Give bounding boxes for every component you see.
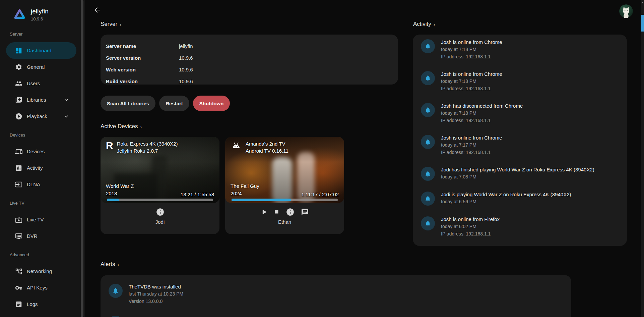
web-version-label: Web version	[106, 67, 179, 72]
active-devices-heading[interactable]: Active Devices ›	[101, 123, 142, 130]
sidebar-item-devices[interactable]: Devices	[6, 143, 76, 160]
key-icon	[15, 284, 23, 292]
bell-icon	[425, 75, 431, 82]
feed-item-detail: IP address: 192.168.1.1	[441, 230, 500, 237]
sidebar-item-api-keys[interactable]: API Keys	[6, 279, 76, 296]
feed-item-title: Jodi has finished playing World War Z on…	[441, 166, 594, 173]
feed-item-title: Josh is online from Chrome	[441, 134, 502, 141]
shutdown-button[interactable]: Shutdown	[193, 96, 230, 111]
bell-icon	[425, 195, 431, 202]
server-info-card: Server name jellyfin Server version 10.9…	[101, 35, 398, 85]
web-version-value: 10.9.6	[179, 67, 193, 72]
android-robot-icon	[231, 142, 242, 149]
bell-icon	[425, 43, 431, 50]
server-section-heading[interactable]: Server ›	[101, 21, 121, 28]
feed-item-time: today at 7:17 PM	[441, 141, 502, 149]
notification-avatar	[109, 284, 123, 298]
roku-logo-icon: R	[106, 140, 113, 151]
scan-all-libraries-button[interactable]: Scan All Libraries	[101, 96, 155, 111]
build-version-value: 10.9.6	[179, 78, 193, 84]
feed-item-title: Josh is online from Chrome	[441, 70, 502, 77]
library-add-icon	[15, 96, 23, 104]
client-version: Android TV 0.16.11	[246, 147, 288, 154]
device-card-android-tv[interactable]: Amanda's 2nd TV Android TV 0.16.11 The F…	[225, 137, 344, 234]
page-scrollbar-thumb[interactable]	[641, 15, 644, 32]
notification-avatar	[421, 192, 435, 206]
bell-icon	[425, 139, 431, 145]
play-button[interactable]	[261, 209, 267, 215]
now-playing-backdrop: R Roku Express 4K (3940X2) Jellyfin Roku…	[101, 137, 219, 203]
sidebar-item-live-tv[interactable]: Live TV	[6, 211, 76, 228]
app-logo-row: jellyfin 10.9.6	[0, 0, 85, 23]
sidebar-item-activity[interactable]: Activity	[6, 160, 76, 176]
activity-log-item: Josh is online from Chrome today at 7:18…	[421, 39, 619, 60]
sidebar-scrollbar[interactable]	[81, 0, 83, 317]
play-circle-icon	[15, 112, 23, 120]
feed-item-time: today at 7:08 PM	[441, 173, 594, 180]
feed-item-title: Jodi is playing World War Z on Roku Expr…	[441, 191, 571, 198]
info-button[interactable]	[156, 208, 165, 216]
section-label-server: Server	[0, 31, 85, 38]
chevron-down-icon[interactable]	[63, 97, 70, 103]
device-name: Roku Express 4K (3940X2)	[117, 140, 178, 147]
device-card-roku[interactable]: R Roku Express 4K (3940X2) Jellyfin Roku…	[101, 137, 219, 234]
sidebar-item-playback[interactable]: Playback	[6, 108, 76, 124]
chevron-right-icon: ›	[117, 262, 119, 267]
feed-item-time: today at 6:02 PM	[441, 223, 500, 230]
scroll-up-icon[interactable]	[641, 2, 643, 3]
network-tree-icon	[15, 267, 23, 275]
users-icon	[15, 80, 23, 88]
sidebar-item-dlna[interactable]: DLNA	[6, 176, 76, 193]
session-user-name: Jodi	[155, 219, 165, 225]
bell-icon	[425, 220, 431, 227]
devices-icon	[15, 148, 23, 156]
feed-item-title: AniDB was installed	[129, 315, 173, 317]
alert-item: AniDB was installed	[109, 315, 563, 317]
bell-icon	[112, 287, 119, 294]
media-title: World War Z	[106, 182, 134, 190]
session-user-name: Ethan	[278, 219, 291, 225]
section-label-devices: Devices	[0, 132, 85, 139]
active-devices-row: R Roku Express 4K (3940X2) Jellyfin Roku…	[101, 137, 344, 234]
activity-heading[interactable]: Activity ›	[413, 21, 435, 28]
user-avatar[interactable]	[619, 4, 633, 18]
device-header: Amanda's 2nd TV Android TV 0.16.11	[231, 140, 288, 154]
server-actions: Scan All Libraries Restart Shutdown	[101, 96, 230, 111]
dvr-icon	[15, 232, 23, 240]
notification-avatar	[421, 71, 435, 85]
section-label-advanced: Advanced	[0, 252, 85, 258]
page-scrollbar[interactable]	[641, 0, 644, 317]
app-version: 10.9.6	[31, 16, 49, 21]
feed-item-time: today at 7:18 PM	[441, 77, 502, 85]
now-playing-backdrop: Amanda's 2nd TV Android TV 0.16.11 The F…	[225, 137, 344, 203]
sidebar-item-dvr[interactable]: DVR	[6, 228, 76, 244]
info-button[interactable]	[286, 208, 295, 216]
feed-item-detail: IP address: 192.168.1.1	[441, 53, 502, 60]
activity-log-item: Josh is online from Chrome today at 7:17…	[421, 134, 619, 156]
arrow-left-icon	[93, 6, 101, 14]
restart-button[interactable]: Restart	[159, 96, 189, 111]
sidebar-nav: Server Dashboard General Users Libraries…	[0, 31, 85, 312]
sidebar-item-dashboard[interactable]: Dashboard	[6, 42, 76, 59]
chevron-down-icon[interactable]	[63, 113, 70, 120]
back-button[interactable]	[92, 5, 102, 15]
server-version-label: Server version	[106, 55, 179, 61]
device-name: Amanda's 2nd TV	[246, 140, 288, 147]
sidebar-item-logs[interactable]: Logs	[6, 296, 76, 312]
sidebar-item-networking[interactable]: Networking	[6, 263, 76, 279]
feed-item-time: today at 6:59 PM	[441, 198, 571, 205]
alerts-heading[interactable]: Alerts ›	[101, 261, 119, 268]
message-button[interactable]	[301, 208, 309, 216]
jellyfin-logo-icon	[13, 7, 26, 21]
activity-log-item: Josh is online from Firefox today at 6:0…	[421, 216, 619, 237]
build-version-label: Build version	[106, 78, 179, 84]
notification-avatar	[421, 103, 435, 117]
sidebar-item-libraries[interactable]: Libraries	[6, 92, 76, 108]
activity-log-card: Josh is online from Chrome today at 7:18…	[413, 35, 627, 246]
server-name-value: jellyfin	[179, 43, 193, 49]
stop-button[interactable]	[274, 209, 279, 215]
server-name-row: Server name jellyfin	[106, 40, 393, 52]
sidebar-item-users[interactable]: Users	[6, 75, 76, 92]
sidebar: jellyfin 10.9.6 Server Dashboard General…	[0, 0, 85, 317]
sidebar-item-general[interactable]: General	[6, 59, 76, 75]
